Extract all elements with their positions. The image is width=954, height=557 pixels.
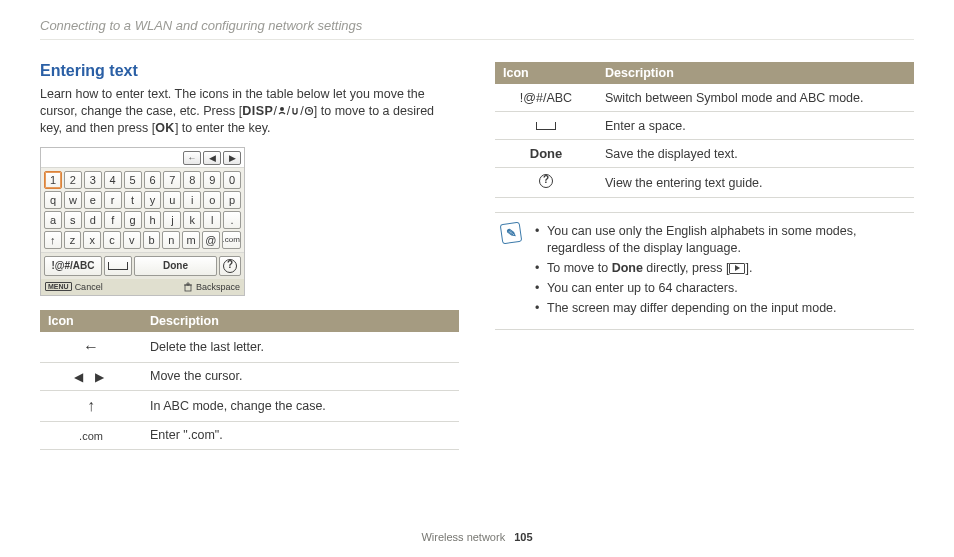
kbd-key: .com [222, 231, 241, 249]
kbd-backspace-icon: ← [183, 151, 201, 165]
kbd-key: i [183, 191, 201, 209]
kbd-key: 8 [183, 171, 201, 189]
kbd-key: . [223, 211, 241, 229]
cell-desc: Move the cursor. [142, 362, 459, 390]
left-column: Entering text Learn how to enter text. T… [40, 62, 459, 460]
svg-rect-2 [185, 285, 191, 291]
intro-paragraph: Learn how to enter text. The icons in th… [40, 86, 459, 137]
table-row: In ABC mode, change the case. [40, 390, 459, 421]
note-item: The screen may differ depending on the i… [535, 300, 908, 317]
cell-desc: Enter ".com". [142, 421, 459, 449]
kbd-key: s [64, 211, 82, 229]
kbd-key: b [143, 231, 161, 249]
note-box: ✎ You can use only the English alphabets… [495, 212, 914, 330]
kbd-done: Done [134, 256, 217, 276]
cell-desc: Save the displayed text. [597, 140, 914, 168]
kbd-key: q [44, 191, 62, 209]
kbd-key: h [144, 211, 162, 229]
kbd-help-icon [219, 256, 241, 276]
kbd-key: 2 [64, 171, 82, 189]
kbd-key: o [203, 191, 221, 209]
table-row: View the entering text guide. [495, 168, 914, 198]
kbd-key: 6 [144, 171, 162, 189]
table-row: .com Enter ".com". [40, 421, 459, 449]
chapter-header: Connecting to a WLAN and configuring net… [40, 18, 914, 33]
th-icon: Icon [40, 310, 142, 332]
ok-key-label: OK [155, 121, 175, 135]
kbd-right-icon: ▶ [223, 151, 241, 165]
shift-icon [87, 399, 95, 414]
kbd-key: a [44, 211, 62, 229]
kbd-key: 1 [44, 171, 62, 189]
kbd-key: j [163, 211, 181, 229]
done-icon: Done [530, 146, 563, 161]
delete-icon [83, 340, 99, 355]
kbd-key: @ [202, 231, 220, 249]
footer-section: Wireless network [421, 531, 505, 543]
spacebar-icon [536, 122, 556, 130]
disp-key-label: DISP [242, 104, 273, 118]
kbd-row-1: 1 2 3 4 5 6 7 8 9 0 [44, 171, 241, 189]
kbd-key: y [144, 191, 162, 209]
th-desc: Description [597, 62, 914, 84]
kbd-key: k [183, 211, 201, 229]
kbd-row-2: q w e r t y u i o p [44, 191, 241, 209]
kbd-key: n [162, 231, 180, 249]
cell-desc: In ABC mode, change the case. [142, 390, 459, 421]
mode-switch-icon: !@#/ABC [520, 91, 572, 105]
kbd-left-icon: ◀ [203, 151, 221, 165]
trash-icon [183, 282, 193, 292]
kbd-backspace-label: Backspace [183, 282, 240, 292]
kbd-space [104, 256, 132, 276]
kbd-key: w [64, 191, 82, 209]
th-desc: Description [142, 310, 459, 332]
kbd-key: u [163, 191, 181, 209]
nav-icons: /// [273, 104, 313, 118]
kbd-key: e [84, 191, 102, 209]
footer-page-number: 105 [514, 531, 532, 543]
kbd-key: f [104, 211, 122, 229]
kbd-row-4: ↑ z x c v b n m @ .com [44, 231, 241, 249]
kbd-key: 3 [84, 171, 102, 189]
kbd-key: p [223, 191, 241, 209]
note-item: You can enter up to 64 characters. [535, 280, 908, 297]
done-word: Done [612, 261, 643, 275]
kbd-cancel-label: MENUCancel [45, 282, 103, 292]
right-column: Icon Description !@#/ABC Switch between … [495, 62, 914, 460]
kbd-key: 9 [203, 171, 221, 189]
kbd-mode-switch: !@#/ABC [44, 256, 102, 276]
kbd-key: v [123, 231, 141, 249]
th-icon: Icon [495, 62, 597, 84]
cell-desc: Delete the last letter. [142, 332, 459, 363]
cell-desc: View the entering text guide. [597, 168, 914, 198]
kbd-key: r [104, 191, 122, 209]
kbd-key: d [84, 211, 102, 229]
kbd-shift-icon: ↑ [44, 231, 62, 249]
note-item: You can use only the English alphabets i… [535, 223, 908, 257]
icon-table-right: Icon Description !@#/ABC Switch between … [495, 62, 914, 198]
help-icon [539, 174, 553, 188]
kbd-key: t [124, 191, 142, 209]
intro-text-3: ] to enter the key. [175, 121, 271, 135]
kbd-key: 5 [124, 171, 142, 189]
table-row: !@#/ABC Switch between Symbol mode and A… [495, 84, 914, 112]
play-button-icon [729, 263, 745, 274]
kbd-key: 0 [223, 171, 241, 189]
note-icon: ✎ [500, 222, 523, 245]
svg-point-0 [280, 107, 284, 111]
kbd-key: 4 [104, 171, 122, 189]
cursor-arrows-icon: ◀ ▶ [74, 370, 107, 384]
table-row: ◀ ▶ Move the cursor. [40, 362, 459, 390]
dotcom-icon: .com [79, 430, 103, 442]
table-row: Done Save the displayed text. [495, 140, 914, 168]
kbd-row-3: a s d f g h j k l . [44, 211, 241, 229]
kbd-key: l [203, 211, 221, 229]
kbd-key: c [103, 231, 121, 249]
kbd-key: g [124, 211, 142, 229]
kbd-key: x [83, 231, 101, 249]
note-item: To move to Done directly, press []. [535, 260, 908, 277]
section-title: Entering text [40, 62, 459, 80]
cell-desc: Enter a space. [597, 112, 914, 140]
cell-desc: Switch between Symbol mode and ABC mode. [597, 84, 914, 112]
kbd-key: 7 [163, 171, 181, 189]
